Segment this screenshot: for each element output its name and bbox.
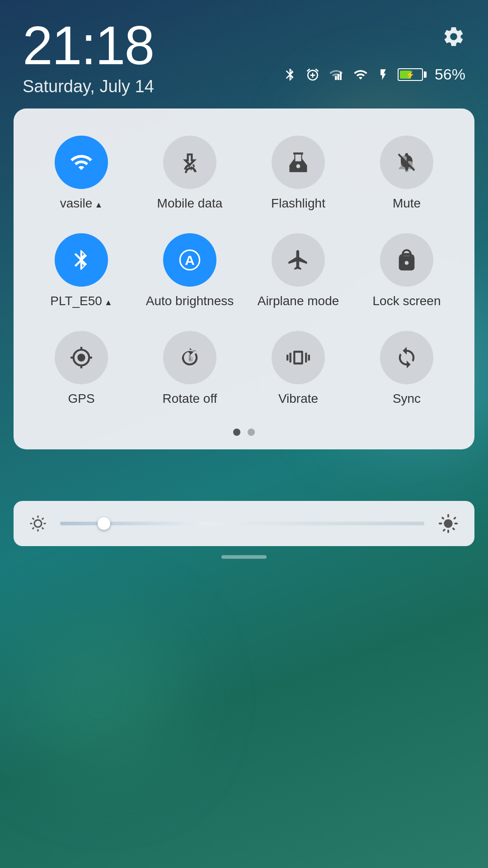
tile-vibrate-circle[interactable]	[272, 331, 325, 384]
tile-sync-label: Sync	[393, 392, 421, 406]
brightness-low-icon	[29, 515, 47, 532]
charge-icon	[377, 67, 389, 82]
page-dot-2	[248, 429, 255, 436]
svg-rect-0	[338, 74, 339, 80]
vibrate-icon	[286, 346, 310, 369]
tile-vibrate-label: Vibrate	[278, 392, 318, 406]
page-indicator	[27, 424, 461, 436]
tile-auto-brightness-label: Auto brightness	[146, 294, 234, 308]
tiles-grid: vasile Mobile data Flashlight	[27, 127, 461, 415]
bluetooth-icon	[70, 248, 93, 272]
svg-rect-6	[402, 253, 412, 255]
svg-text:A: A	[185, 253, 195, 268]
brightness-thumb[interactable]	[98, 517, 110, 530]
tile-auto-brightness-circle[interactable]: A	[163, 233, 216, 287]
tile-airplane[interactable]: Airplane mode	[244, 224, 352, 317]
battery-percentage: 56%	[435, 66, 465, 83]
mute-icon	[395, 151, 418, 174]
clock-time: 21:18	[23, 18, 465, 72]
tile-mobile-data-circle[interactable]	[163, 136, 216, 189]
tile-mute-label: Mute	[393, 196, 421, 211]
sync-icon	[395, 346, 418, 369]
wifi-icon	[70, 151, 93, 174]
tile-airplane-label: Airplane mode	[258, 294, 339, 308]
gps-icon	[70, 346, 93, 369]
rotate-off-icon	[178, 346, 202, 369]
quick-settings-panel: vasile Mobile data Flashlight	[14, 108, 474, 449]
tile-mobile-data[interactable]: Mobile data	[136, 127, 244, 220]
tile-rotate-off-circle[interactable]	[163, 331, 216, 384]
tile-flashlight[interactable]: Flashlight	[244, 127, 352, 220]
tile-mute[interactable]: Mute	[352, 127, 461, 220]
brightness-high-icon	[438, 513, 459, 534]
tile-wifi-label: vasile	[60, 196, 103, 211]
tile-rotate-off[interactable]: Rotate off	[136, 322, 244, 415]
flashlight-icon	[286, 151, 310, 174]
tile-lock-screen[interactable]: Lock screen	[352, 224, 461, 317]
tile-gps-circle[interactable]	[55, 331, 108, 384]
alarm-status-icon	[305, 67, 320, 82]
svg-rect-2	[335, 75, 337, 80]
tile-vibrate[interactable]: Vibrate	[244, 322, 352, 415]
battery-bolt: ⚡	[406, 70, 415, 79]
tile-airplane-circle[interactable]	[272, 233, 325, 287]
tile-sync[interactable]: Sync	[352, 322, 461, 415]
tile-sync-circle[interactable]	[380, 331, 433, 384]
tile-bluetooth-circle[interactable]	[55, 233, 108, 287]
tile-auto-brightness[interactable]: A Auto brightness	[136, 224, 244, 317]
auto-brightness-icon: A	[178, 248, 202, 272]
tile-flashlight-circle[interactable]	[272, 136, 325, 189]
bluetooth-status-icon	[283, 67, 297, 82]
tile-gps[interactable]: GPS	[27, 322, 136, 415]
tile-rotate-off-label: Rotate off	[163, 392, 217, 406]
tile-bluetooth-label: PLT_E50	[50, 294, 113, 308]
tile-mute-circle[interactable]	[380, 136, 433, 189]
tile-gps-label: GPS	[68, 392, 94, 406]
signal-icon	[328, 67, 344, 82]
airplane-icon	[286, 248, 310, 272]
tile-lock-screen-label: Lock screen	[373, 294, 441, 308]
brightness-track[interactable]	[60, 522, 424, 525]
tile-bluetooth[interactable]: PLT_E50	[27, 224, 136, 317]
tile-wifi-circle[interactable]	[55, 136, 108, 189]
tile-wifi[interactable]: vasile	[27, 127, 136, 220]
mobile-data-icon	[178, 151, 202, 174]
page-dot-1	[233, 429, 240, 436]
drag-handle	[221, 555, 267, 559]
battery-indicator: ⚡	[398, 68, 427, 81]
wifi-status-icon	[352, 67, 369, 82]
tile-flashlight-label: Flashlight	[271, 196, 325, 211]
status-bar: 21:18 Saturday, July 14	[0, 0, 488, 99]
tile-mobile-data-label: Mobile data	[157, 196, 223, 211]
tile-lock-screen-circle[interactable]	[380, 233, 433, 287]
bg-decoration-2	[23, 619, 181, 778]
lock-screen-icon	[395, 248, 418, 272]
svg-rect-1	[340, 71, 342, 80]
settings-button[interactable]	[442, 25, 465, 48]
status-icons-row: ⚡ 56%	[283, 66, 465, 83]
brightness-panel	[14, 501, 474, 546]
